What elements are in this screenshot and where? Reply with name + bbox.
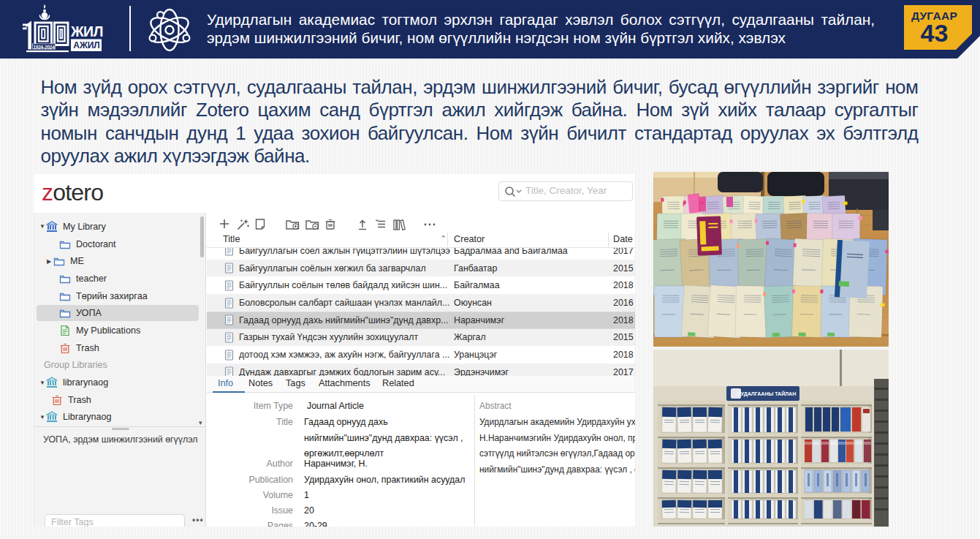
svg-text:СУДАЛГААНЫ ТАЙЛАН: СУДАЛГААНЫ ТАЙЛАН (737, 391, 796, 397)
